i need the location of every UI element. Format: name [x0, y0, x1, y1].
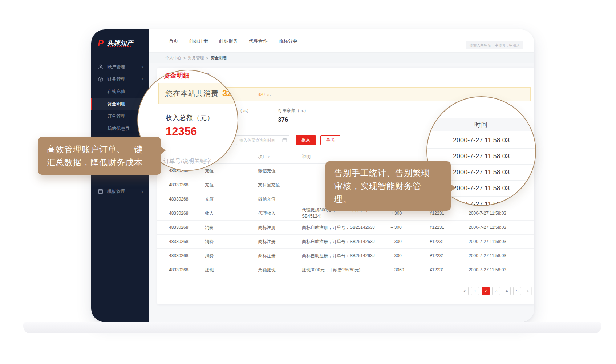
cell-type: 消费 [205, 225, 258, 231]
cell-amount: + 300 [388, 211, 427, 216]
chevron-down-icon [141, 190, 143, 193]
cell-type: 消费 [205, 253, 258, 259]
table-row: 48330268 消费 商标注册 商标自助注册，订单号：SB2514263J –… [157, 249, 534, 263]
stat-middle-label: （元） [238, 108, 251, 114]
consumption-amount-tail: 820 [258, 92, 265, 97]
menu-icon[interactable]: ☰ [154, 37, 159, 45]
cell-order: 48330268 [157, 267, 205, 272]
breadcrumb-separator: > [183, 56, 186, 60]
nav-item-trademark-register[interactable]: 商标注册 [189, 38, 208, 44]
chevron-up-icon [141, 77, 143, 81]
time-filter-input[interactable] [236, 135, 289, 145]
pagination: < 1 2 3 4 5 > [461, 287, 532, 295]
cell-item: 余额提现 [258, 267, 302, 273]
sidebar-item-templates[interactable]: 模板管理 [91, 185, 149, 198]
callout-left-line: 高效管理账户订单、一键 [47, 143, 152, 156]
callout-right: 告别手工统计、告别繁琐 审核，实现智能财务管 理。 [325, 161, 451, 211]
cell-item: 商标注册 [258, 253, 302, 259]
callout-right-line: 理。 [334, 193, 442, 206]
pagination-next-button[interactable]: > [524, 287, 532, 295]
table-row: 48330268 消费 商标注册 商标自助注册，订单号：SB2514263J –… [157, 235, 534, 249]
cell-item: 支付宝充值 [258, 182, 302, 188]
stat-balance-value: 376 [278, 116, 308, 124]
header-item-sortable[interactable]: 项目 [258, 154, 302, 160]
sidebar-item-label: 财务管理 [107, 76, 125, 82]
cell-order: 48330268 [157, 182, 205, 187]
cell-item: 商标注册 [258, 239, 302, 245]
brand-logo-subtext [108, 46, 132, 47]
magnified-banner-prefix: 您在本站共消费 [165, 89, 219, 98]
cell-type: 充值 [205, 168, 258, 174]
breadcrumb-item-current: 资金明细 [211, 55, 227, 61]
cell-order: 48330268 [157, 225, 205, 230]
cell-order: 48330268 [157, 211, 205, 216]
pagination-page-button-active[interactable]: 2 [482, 287, 490, 295]
global-search-input[interactable] [466, 41, 523, 49]
sidebar-item-label: 在线充值 [107, 89, 125, 95]
cell-balance: ¥12231 [427, 267, 466, 272]
header-desc: 说明 [302, 154, 388, 160]
cell-order: 48330268 [157, 239, 205, 244]
cell-item: 微信充值 [258, 196, 302, 202]
nav-item-home[interactable]: 首页 [169, 38, 178, 44]
cell-balance: ¥12231 [427, 253, 466, 258]
sidebar-item-label: 模板管理 [107, 189, 125, 195]
cell-item: 代理收入 [258, 210, 302, 217]
sidebar: 头牌知产 账户管理 财务管理 在线充值 资金明细 [91, 29, 149, 322]
stat-divider [271, 108, 271, 123]
nav-item-agent-coop[interactable]: 代理合作 [249, 38, 268, 44]
callout-right-line: 告别手工统计、告别繁琐 [334, 166, 442, 179]
cell-amount: – 300 [388, 225, 427, 230]
cell-order: 48330268 [157, 197, 205, 202]
table-row: 48330268 提现 余额提现 提现3000元，手续费2%(60元) – 30… [157, 263, 534, 277]
pagination-page-button[interactable]: 3 [492, 287, 500, 295]
cell-balance: ¥12231 [427, 225, 466, 230]
cell-time: 2000-7-27 11:58:03 [466, 239, 534, 244]
search-button[interactable]: 搜索 [296, 135, 316, 145]
cell-balance: ¥12231 [427, 211, 466, 216]
pagination-prev-button[interactable]: < [461, 287, 469, 295]
breadcrumb-item[interactable]: 财务管理 [188, 55, 204, 61]
laptop-base [23, 322, 601, 333]
breadcrumb-item[interactable]: 个人中心 [165, 55, 181, 61]
cell-item: 商标注册 [258, 225, 302, 231]
cell-type: 提现 [205, 267, 258, 273]
sidebar-item-account[interactable]: 账户管理 [91, 61, 149, 73]
pagination-page-button[interactable]: 1 [471, 287, 479, 295]
cell-type: 充值 [205, 182, 258, 188]
calendar-icon[interactable] [282, 138, 287, 142]
pagination-page-button[interactable]: 4 [503, 287, 511, 295]
nav-item-trademark-category[interactable]: 商标分类 [279, 38, 297, 44]
magnified-time-header: 时间 [427, 118, 535, 131]
cell-type: 消费 [205, 239, 258, 245]
breadcrumb-separator: > [206, 56, 208, 60]
cell-type: 收入 [205, 210, 258, 217]
export-button[interactable]: 导出 [320, 135, 340, 145]
cell-amount: – 300 [388, 253, 427, 258]
magnified-income-label: 收入总额（元） [166, 113, 214, 122]
callout-left-line: 汇总数据，降低财务成本 [47, 156, 152, 169]
callout-left: 高效管理账户订单、一键 汇总数据，降低财务成本 [38, 137, 161, 175]
cell-order: 48330268 [157, 253, 205, 258]
cell-desc: 商标自助注册，订单号：SB2514263J [302, 239, 388, 245]
sidebar-item-label: 订单管理 [107, 113, 125, 120]
magnified-time-value: 2000-7-27 11:58:03 [427, 133, 535, 149]
sidebar-item-label: 账户管理 [107, 64, 125, 70]
template-icon [98, 189, 104, 194]
finance-icon [98, 76, 104, 82]
topbar: ☰ 首页 商标注册 商标服务 代理合作 商标分类 [149, 29, 534, 53]
brand-logo-icon [98, 38, 106, 47]
chevron-down-icon [141, 65, 143, 69]
cell-amount: – 300 [388, 239, 427, 244]
sidebar-item-finance[interactable]: 财务管理 [91, 73, 149, 85]
cell-time: 2000-7-27 11:58:03 [466, 211, 534, 216]
cell-time: 2000-7-27 11:58:03 [466, 267, 534, 272]
consumption-unit: 元 [266, 92, 271, 97]
cell-desc: 提现3000元，手续费2%(60元) [302, 267, 388, 273]
sidebar-item-recharge[interactable]: 在线充值 [91, 85, 149, 98]
cell-time: 2000-7-27 11:58:03 [466, 253, 534, 258]
pagination-page-button[interactable]: 5 [513, 287, 521, 295]
callout-right-line: 审核，实现智能财务管 [334, 179, 442, 193]
nav-item-trademark-service[interactable]: 商标服务 [219, 38, 238, 44]
consumption-banner-text: 820元 [258, 92, 271, 98]
